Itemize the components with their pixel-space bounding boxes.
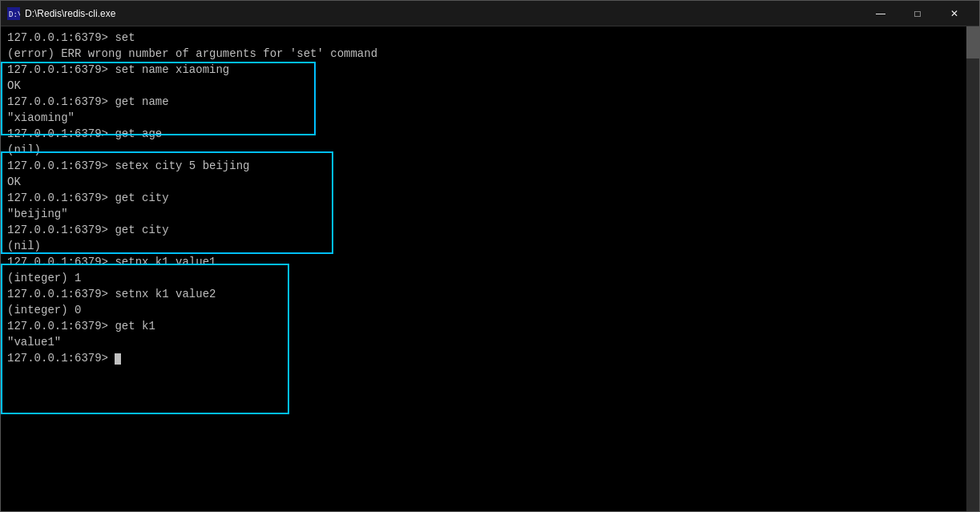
close-button[interactable]: ✕ [936, 1, 973, 26]
terminal-icon: D:\ [7, 7, 20, 20]
terminal-line: OK [7, 174, 973, 190]
terminal-line: 127.0.0.1:6379> setnx k1 value2 [7, 286, 973, 302]
terminal-line: 127.0.0.1:6379> set [7, 30, 973, 46]
terminal-line: (integer) 0 [7, 302, 973, 318]
terminal-line: "value1" [7, 334, 973, 350]
minimize-button[interactable]: — [862, 1, 899, 26]
terminal-line: 127.0.0.1:6379> get city [7, 222, 973, 238]
terminal-line: OK [7, 78, 973, 94]
terminal-line: 127.0.0.1:6379> get city [7, 190, 973, 206]
terminal-line: 127.0.0.1:6379> get k1 [7, 318, 973, 334]
window-title: D:\Redis\redis-cli.exe [25, 8, 862, 19]
svg-text:D:\: D:\ [9, 10, 20, 18]
window: D:\ D:\Redis\redis-cli.exe — □ ✕ 127.0.0… [0, 0, 980, 512]
maximize-button[interactable]: □ [899, 1, 936, 26]
scrollbar[interactable] [966, 26, 979, 511]
terminal-line: 127.0.0.1:6379> setnx k1 value1 [7, 254, 973, 270]
terminal-line: (nil) [7, 142, 973, 158]
window-controls: — □ ✕ [862, 1, 973, 26]
title-bar: D:\ D:\Redis\redis-cli.exe — □ ✕ [1, 1, 979, 26]
terminal-line: (integer) 1 [7, 270, 973, 286]
terminal-line: "xiaoming" [7, 110, 973, 126]
terminal-line: 127.0.0.1:6379> setex city 5 beijing [7, 158, 973, 174]
terminal-input-line[interactable]: 127.0.0.1:6379> [7, 350, 973, 366]
terminal-line: (nil) [7, 238, 973, 254]
terminal-line: 127.0.0.1:6379> set name xiaoming [7, 62, 973, 78]
terminal-line: "beijing" [7, 206, 973, 222]
terminal-line: (error) ERR wrong number of arguments fo… [7, 46, 973, 62]
terminal-line: 127.0.0.1:6379> get name [7, 94, 973, 110]
terminal-content: 127.0.0.1:6379> set (error) ERR wrong nu… [7, 30, 973, 366]
terminal-area[interactable]: 127.0.0.1:6379> set (error) ERR wrong nu… [1, 26, 979, 511]
terminal-line: 127.0.0.1:6379> get age [7, 126, 973, 142]
scrollbar-thumb[interactable] [966, 26, 979, 58]
cursor [115, 353, 121, 365]
